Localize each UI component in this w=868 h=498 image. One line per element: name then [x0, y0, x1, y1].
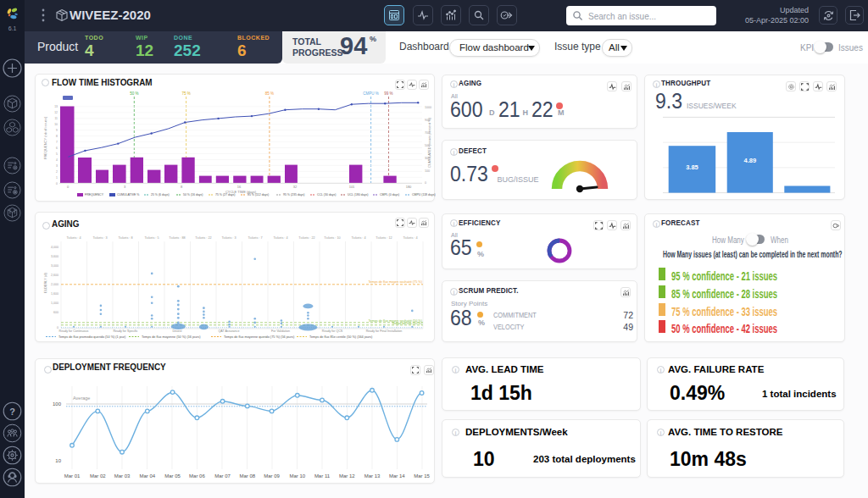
svg-text:10: 10 — [55, 458, 61, 463]
svg-text:Mar 10: Mar 10 — [289, 473, 305, 479]
svg-text:Mar 09: Mar 09 — [264, 473, 280, 479]
svg-text:3,000: 3,000 — [51, 264, 58, 268]
svg-text:3.85: 3.85 — [686, 163, 698, 171]
svg-text:50 % (16 days): 50 % (16 days) — [183, 193, 203, 196]
svg-text:180: 180 — [406, 185, 412, 189]
svg-text:Ready for Continuous: Ready for Continuous — [59, 329, 89, 333]
svg-text:Tickets : 22: Tickets : 22 — [195, 236, 211, 240]
svg-text:CCL (30 days): CCL (30 days) — [317, 193, 336, 196]
svg-text:Tickets : 4: Tickets : 4 — [403, 236, 417, 240]
svg-text:600: 600 — [53, 311, 58, 314]
svg-text:75 % (27 days): 75 % (27 days) — [215, 193, 236, 196]
svg-text:0: 0 — [67, 185, 70, 189]
svg-text:13: 13 — [54, 105, 58, 108]
svg-text:Mar 15: Mar 15 — [414, 473, 430, 479]
svg-text:1: 1 — [56, 176, 58, 180]
svg-text:Mar 12: Mar 12 — [339, 473, 355, 479]
svg-text:85 % (112 days): 85 % (112 days) — [248, 193, 269, 196]
svg-text:Ready for Final Installation: Ready for Final Installation — [366, 329, 403, 333]
svg-text:CUMULATED (issues percent %): CUMULATED (issues percent %) — [427, 118, 431, 168]
svg-text:Tickets : 3: Tickets : 3 — [92, 236, 107, 240]
svg-text:Tickets : 22: Tickets : 22 — [298, 236, 314, 240]
svg-text:Tickets : 8: Tickets : 8 — [118, 236, 132, 240]
svg-text:4.89: 4.89 — [743, 157, 756, 164]
svg-text:85 %: 85 % — [265, 91, 274, 96]
svg-text:Temps de flux 85e centile (50: Temps de flux 85e centile (50 %) (164 jo… — [309, 335, 373, 339]
svg-text:25 % (6 days): 25 % (6 days) — [151, 193, 170, 196]
svg-text:5: 5 — [56, 152, 58, 156]
svg-text:Tickets : 3: Tickets : 3 — [221, 236, 236, 240]
svg-text:FREQUENCY (nb of issues): FREQUENCY (nb of issues) — [43, 116, 47, 159]
svg-text:Tickets : 4: Tickets : 4 — [273, 236, 287, 240]
svg-text:99 %: 99 % — [384, 91, 392, 96]
svg-text:3,600: 3,600 — [51, 255, 58, 258]
svg-text:1000: 1000 — [425, 106, 431, 109]
svg-text:1,000: 1,000 — [51, 302, 58, 305]
svg-text:2,600: 2,600 — [51, 274, 58, 277]
svg-text:CMPU (118 days): CMPU (118 days) — [412, 193, 436, 196]
svg-text:Ready for QCS: Ready for QCS — [322, 329, 343, 333]
svg-text:11: 11 — [54, 117, 58, 120]
svg-text:50 %: 50 % — [130, 91, 138, 96]
svg-text:Tickets : 5: Tickets : 5 — [144, 236, 159, 240]
svg-text:0: 0 — [57, 326, 58, 329]
svg-text:3: 3 — [56, 164, 58, 168]
svg-text:CMPU %: CMPU % — [363, 91, 379, 96]
svg-text:8: 8 — [56, 135, 58, 138]
svg-text:Temps de flux moyenne (50 %) (: Temps de flux moyenne (50 %) (16 jours) — [142, 335, 201, 339]
svg-text:Tickets : 12: Tickets : 12 — [376, 236, 392, 240]
svg-text:95 % (235 days): 95 % (235 days) — [283, 193, 305, 196]
svg-text:Tickets : 88: Tickets : 88 — [169, 236, 185, 240]
svg-text:Mar 04: Mar 04 — [139, 473, 155, 479]
svg-text:0: 0 — [425, 181, 426, 185]
svg-text:Temps de flux (10 %): Temps de flux (10 %) — [392, 322, 422, 325]
svg-text:Mar 03: Mar 03 — [114, 473, 131, 479]
svg-text:Tickets : 7: Tickets : 7 — [248, 236, 262, 240]
svg-text:Tickets : 4: Tickets : 4 — [66, 236, 81, 240]
svg-text:Devest: Devest — [172, 329, 181, 333]
svg-text:Tickets : 10: Tickets : 10 — [324, 236, 340, 240]
svg-text:Temps de flux moyenne querido: Temps de flux moyenne querido (75 %) (56… — [224, 335, 295, 339]
svg-text:7: 7 — [56, 141, 58, 144]
svg-text:FREQUENCY: FREQUENCY — [85, 193, 104, 196]
svg-text:For Validation: For Validation — [271, 329, 290, 333]
svg-text:10: 10 — [54, 123, 58, 126]
svg-text:9: 9 — [56, 129, 58, 132]
svg-text:Ready for Specific: Ready for Specific — [113, 329, 137, 333]
svg-text:Average: Average — [73, 396, 90, 401]
svg-text:16: 16 — [237, 185, 242, 189]
svg-text:QAT Assurance: QAT Assurance — [219, 329, 240, 333]
svg-text:Mar 06: Mar 06 — [189, 473, 205, 479]
svg-text:Mar 07: Mar 07 — [214, 473, 231, 479]
svg-text:CMPL (0 days): CMPL (0 days) — [380, 193, 399, 196]
svg-text:?: ? — [9, 407, 15, 417]
svg-text:Tickets : 4: Tickets : 4 — [351, 236, 365, 240]
svg-text:1,600: 1,600 — [51, 292, 58, 296]
svg-text:UCL (180 days): UCL (180 days) — [348, 193, 368, 196]
svg-text:100: 100 — [425, 169, 430, 173]
svg-text:2: 2 — [56, 170, 58, 174]
svg-text:6: 6 — [56, 147, 58, 150]
svg-text:Mar 14: Mar 14 — [389, 473, 405, 479]
svg-text:3: 3 — [124, 185, 126, 189]
svg-text:75 %: 75 % — [181, 91, 190, 96]
svg-text:Mar 01: Mar 01 — [64, 473, 81, 479]
svg-text:Mar 13: Mar 13 — [364, 473, 381, 479]
svg-text:12: 12 — [54, 111, 58, 114]
svg-text:Temps de flux moyen souhaité (: Temps de flux moyen souhaité (75 %) — [368, 280, 422, 284]
svg-text:Temps de flux promedio querido: Temps de flux promedio querido (50 %) (1… — [58, 335, 126, 339]
svg-text:0: 0 — [56, 182, 58, 185]
svg-text:4,000: 4,000 — [51, 246, 58, 249]
svg-text:2,000: 2,000 — [51, 283, 58, 286]
svg-text:32: 32 — [293, 185, 298, 189]
svg-text:Mar 05: Mar 05 — [164, 473, 181, 479]
svg-text:CUMULATIVE %: CUMULATIVE % — [117, 193, 139, 196]
svg-text:Mar 02: Mar 02 — [90, 473, 106, 479]
svg-text:8: 8 — [181, 185, 183, 189]
svg-text:ELDERLY (d): ELDERLY (d) — [43, 272, 47, 293]
svg-text:100: 100 — [53, 401, 62, 407]
svg-text:101: 101 — [349, 185, 355, 189]
svg-text:Mar 11: Mar 11 — [314, 473, 331, 479]
svg-text:4: 4 — [56, 158, 58, 162]
svg-text:Mar 08: Mar 08 — [239, 473, 255, 479]
